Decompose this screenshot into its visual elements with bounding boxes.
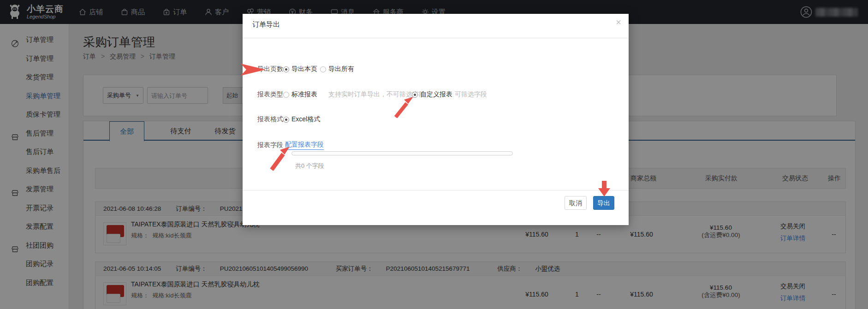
cancel-button[interactable]: 取消 <box>565 196 587 210</box>
close-icon[interactable]: × <box>616 18 621 27</box>
radio-standard-report[interactable] <box>283 92 289 98</box>
fields-count: 共0 个字段 <box>295 162 324 170</box>
selected-fields-box <box>291 151 513 155</box>
report-type-label: 报表类型 <box>257 90 285 99</box>
excel-format-option[interactable]: Excel格式 <box>291 115 320 124</box>
order-export-modal: 订单导出 × 导出页数 导出本页 导出所有 报表类型 标准报表 支持实时订单导出… <box>243 14 629 225</box>
radio-excel-format[interactable] <box>283 117 289 123</box>
export-current-page-option[interactable]: 导出本页 <box>291 65 317 73</box>
annotation-arrow-export-pages <box>241 64 266 76</box>
export-button[interactable]: 导出 <box>593 196 614 210</box>
annotation-arrow-export-button <box>598 181 610 196</box>
annotation-arrow-custom-report <box>392 97 413 118</box>
modal-header-divider <box>243 38 629 38</box>
export-all-option[interactable]: 导出所有 <box>328 65 354 73</box>
configure-report-fields-link[interactable]: 配置报表字段 <box>285 141 324 150</box>
radio-export-all[interactable] <box>320 66 326 72</box>
custom-report-option[interactable]: 自定义报表 <box>420 90 452 99</box>
standard-report-option[interactable]: 标准报表 <box>291 90 317 99</box>
annotation-arrow-configure-fields <box>268 147 290 171</box>
modal-title: 订单导出 <box>252 20 280 29</box>
report-format-label: 报表格式 <box>257 115 285 124</box>
custom-report-note: 可筛选字段 <box>455 90 487 99</box>
modal-footer-divider <box>243 190 629 190</box>
radio-export-current-page[interactable] <box>283 66 289 72</box>
